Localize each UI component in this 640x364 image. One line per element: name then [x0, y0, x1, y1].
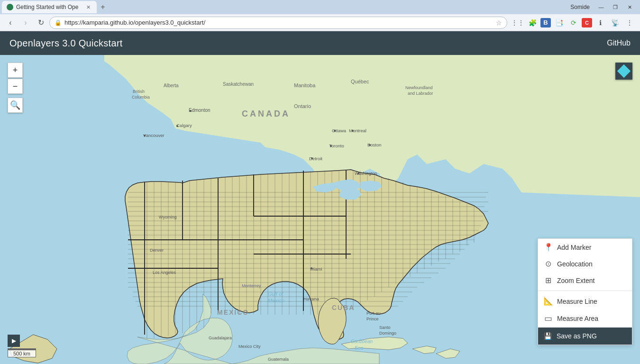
- toolbar-icons: ⋮⋮ 🧩 B 📑 ⟳ C ℹ 📡 ⋮: [511, 16, 636, 29]
- svg-text:Gulf of: Gulf of: [268, 291, 283, 297]
- maximize-button[interactable]: ❐: [609, 2, 622, 12]
- svg-text:Monterrey: Monterrey: [242, 283, 261, 288]
- svg-point-133: [357, 173, 359, 174]
- svg-text:Sea: Sea: [355, 346, 363, 351]
- zoom-in-button[interactable]: +: [8, 63, 23, 78]
- map-controls: + − 🔍: [8, 63, 23, 113]
- minimize-button[interactable]: —: [594, 2, 608, 12]
- menu-button[interactable]: ⋮: [623, 16, 636, 29]
- panel-divider: [538, 291, 632, 291]
- window-controls: Somide — ❐ ✕: [570, 2, 638, 12]
- svg-point-128: [334, 130, 336, 132]
- info-button[interactable]: ℹ: [594, 16, 607, 29]
- measure-line-icon: 📐: [544, 297, 552, 306]
- address-bar[interactable]: 🔒 https://kamparia.github.io/openlayers3…: [49, 17, 507, 29]
- svg-point-129: [352, 130, 354, 132]
- svg-text:Edmonton: Edmonton: [189, 108, 210, 113]
- green-ext[interactable]: ⟳: [567, 16, 580, 29]
- b-extension[interactable]: B: [540, 18, 551, 27]
- zoom-extent-label: Zoom Extent: [557, 277, 594, 284]
- geolocation-label: Geolocation: [557, 260, 593, 268]
- bookmark-icon[interactable]: ☆: [496, 19, 502, 27]
- svg-text:CANADA: CANADA: [242, 109, 290, 118]
- svg-text:Newfoundland: Newfoundland: [405, 85, 433, 90]
- scale-label: 500 km: [8, 350, 36, 357]
- svg-text:British: British: [133, 89, 145, 94]
- zoom-extent-icon: ⊞: [544, 276, 552, 285]
- nav-bar: ‹ › ↻ 🔒 https://kamparia.github.io/openl…: [0, 14, 640, 31]
- svg-text:Prince: Prince: [366, 317, 379, 321]
- geolocation-icon: ⊙: [544, 259, 552, 268]
- svg-text:Ontario: Ontario: [294, 103, 311, 109]
- svg-text:Caribbean: Caribbean: [351, 339, 373, 344]
- svg-text:Saskatchewan: Saskatchewan: [223, 82, 254, 87]
- svg-text:Wyoming: Wyoming: [159, 215, 176, 219]
- save-png-label: Save as PNG: [557, 332, 597, 340]
- search-map-button[interactable]: 🔍: [8, 98, 23, 113]
- svg-text:Manitoba: Manitoba: [294, 82, 316, 88]
- svg-point-125: [190, 110, 192, 112]
- svg-text:Guatemala: Guatemala: [268, 357, 289, 362]
- compass-button[interactable]: [615, 63, 632, 80]
- measure-area-item[interactable]: ▭ Measure Area: [538, 309, 632, 328]
- measure-line-item[interactable]: 📐 Measure Line: [538, 293, 632, 309]
- svg-text:Guadalajara: Guadalajara: [209, 336, 232, 340]
- measure-line-label: Measure Line: [557, 298, 597, 305]
- refresh-button[interactable]: ↻: [34, 16, 47, 29]
- tab-favicon-icon: [7, 4, 13, 10]
- sidebar-panel: 📍 Add Marker ⊙ Geolocation ⊞ Zoom Extent…: [538, 238, 632, 345]
- svg-text:CUBA: CUBA: [332, 304, 355, 311]
- svg-text:Port-au-: Port-au-: [366, 311, 382, 316]
- svg-point-131: [311, 157, 313, 159]
- add-marker-item[interactable]: 📍 Add Marker: [538, 239, 632, 255]
- new-tab-button[interactable]: +: [97, 1, 109, 13]
- svg-text:Montreal: Montreal: [349, 128, 366, 133]
- add-marker-label: Add Marker: [557, 244, 591, 251]
- svg-text:Denver: Denver: [150, 248, 164, 253]
- back-button[interactable]: ‹: [4, 16, 17, 29]
- svg-text:Mexico: Mexico: [268, 298, 284, 303]
- svg-text:Domingo: Domingo: [379, 331, 396, 336]
- svg-text:Québec: Québec: [351, 79, 369, 84]
- tab-close-button[interactable]: ✕: [84, 3, 92, 11]
- add-marker-icon: 📍: [544, 243, 552, 252]
- browser-title-bar: Getting Started with Ope ✕ + Somide — ❐ …: [0, 0, 640, 14]
- svg-text:Columbia: Columbia: [132, 95, 150, 100]
- tab-title: Getting Started with Ope: [16, 4, 82, 10]
- svg-point-126: [176, 125, 178, 127]
- close-button[interactable]: ✕: [623, 2, 636, 12]
- svg-text:Los Angeles: Los Angeles: [153, 270, 176, 275]
- url-text: https://kamparia.github.io/openlayers3.0…: [64, 19, 493, 26]
- svg-point-127: [144, 135, 146, 136]
- svg-text:Alberta: Alberta: [164, 83, 179, 88]
- apps-button[interactable]: ⋮⋮: [511, 16, 524, 29]
- scale-bar: 500 km: [8, 348, 36, 357]
- svg-point-132: [369, 144, 371, 146]
- svg-text:Vancouver: Vancouver: [143, 133, 165, 138]
- browser-tab[interactable]: Getting Started with Ope ✕: [2, 1, 97, 13]
- svg-text:Santo: Santo: [379, 325, 391, 330]
- user-name: Somide: [570, 4, 590, 10]
- extensions-button[interactable]: 🧩: [526, 16, 539, 29]
- compass-diamond-icon: [617, 64, 631, 78]
- save-png-icon: 💾: [544, 332, 552, 340]
- bookmark-manager[interactable]: 📑: [552, 16, 566, 29]
- geolocation-item[interactable]: ⊙ Geolocation: [538, 255, 632, 272]
- zoom-extent-item[interactable]: ⊞ Zoom Extent: [538, 272, 632, 289]
- zoom-out-button[interactable]: −: [8, 79, 23, 94]
- svg-text:and Labrador: and Labrador: [408, 91, 433, 96]
- measure-area-icon: ▭: [544, 313, 552, 324]
- map-container[interactable]: CANADA Manitoba Saskatchewan Alberta Bri…: [0, 55, 640, 364]
- app-header: Openlayers 3.0 Quickstart GitHub: [0, 31, 640, 55]
- save-png-button[interactable]: 💾 Save as PNG: [538, 328, 632, 345]
- svg-point-130: [330, 145, 332, 147]
- forward-button[interactable]: ›: [19, 16, 32, 29]
- svg-text:Mexico City: Mexico City: [238, 344, 261, 349]
- measure-area-label: Measure Area: [557, 315, 598, 322]
- svg-point-134: [311, 267, 312, 269]
- app-title: Openlayers 3.0 Quickstart: [9, 38, 123, 49]
- cast-button[interactable]: 📡: [608, 16, 622, 29]
- red-ext[interactable]: C: [582, 18, 592, 27]
- github-link[interactable]: GitHub: [607, 39, 631, 47]
- sidebar-toggle-button[interactable]: ▶: [8, 335, 20, 347]
